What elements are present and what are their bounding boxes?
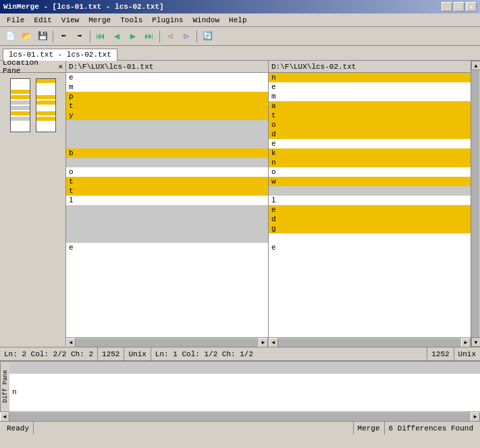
scroll-down-arrow[interactable]: ▼ [471,337,480,347]
diff-line: t [66,101,268,111]
toolbar: 📄 📂 💾 ⬅ ➡ ⏮ ◀ ▶ ⏭ ◁ ▷ 🔄 [0,27,480,46]
bottom-scroll-right[interactable]: ► [471,412,480,422]
thumb-stripe [36,111,55,115]
thumb-stripe [36,95,55,99]
diff-line [66,224,268,233]
thumb-stripe [36,84,55,88]
first-diff-button[interactable]: ⏮ [93,29,108,44]
bottom-diff-line [9,362,480,374]
status-code-left: 1252 [98,347,124,360]
diff-line: g [269,224,471,233]
vertical-scrollbar[interactable]: ▲ ▼ [471,61,480,347]
bottom-scroll-left[interactable]: ◄ [0,412,9,422]
next-group-button[interactable]: ➡ [72,29,87,44]
thumb-stripe [11,117,30,121]
thumb-stripe [11,79,30,83]
bottom-pane-content: Diff Pane n [0,362,480,412]
status-ready-text: Ln: 2 Col: 2/2 Ch: 2 [4,350,93,358]
status-ready-main: Ready [3,422,34,435]
tab-bar: lcs-01.txt - lcs-02.txt [0,46,480,61]
scroll-v-track[interactable] [471,70,479,337]
location-pane-title: Location Pane [3,61,58,75]
minimize-button[interactable]: _ [442,2,452,11]
bottom-scroll-h[interactable]: ◄ ► [0,412,480,421]
location-thumb-left [10,78,30,132]
diff-line [269,186,471,196]
title-bar-buttons: _ □ ✕ [442,2,477,11]
bottom-diff-line [9,374,480,386]
open-button[interactable]: 📂 [19,29,34,44]
menu-item-window[interactable]: Window [188,16,223,25]
left-panel-content[interactable]: e m p t y b o t t l [66,73,268,337]
menu-item-plugins[interactable]: Plugins [148,16,187,25]
bottom-diff-line [9,398,480,410]
status-eol-left-text: Unix [128,350,146,358]
last-diff-button[interactable]: ⏭ [142,29,157,44]
location-pane-header: Location Pane ✕ [0,61,65,73]
diff-line: y [66,111,268,120]
status-eol-right: Unix [454,347,480,360]
status-ready: Ln: 2 Col: 2/2 Ch: 2 [0,347,98,360]
differences-text: 6 Differences Found [389,424,473,432]
left-scroll-track[interactable] [76,339,259,347]
tab-diff[interactable]: lcs-01.txt - lcs-02.txt [3,49,117,61]
diff-line [66,130,268,139]
prev-group-button[interactable]: ⬅ [56,29,71,44]
diff-line: e [269,243,471,252]
right-scroll-left-arrow[interactable]: ◄ [269,338,278,347]
diff-line: e [269,139,471,148]
status-right-ln-text: Ln: 1 Col: 1/2 Ch: 1/2 [155,350,253,358]
scroll-up-arrow[interactable]: ▲ [471,61,480,70]
right-diff-panel: D:\F\LUX\lcs-02.txt n e m a t o d e k n … [269,61,471,347]
prev-diff-button[interactable]: ◀ [109,29,124,44]
next-diff-button[interactable]: ▶ [126,29,140,44]
thumb-stripe [11,90,30,94]
diff-line [66,120,268,130]
status-code-left-text: 1252 [102,350,119,358]
restore-button[interactable]: □ [454,2,464,11]
diff-line: e [66,243,268,252]
status-spacer [34,422,354,435]
diff-line: n [269,73,471,82]
diff-line: e [269,205,471,215]
menu-item-tools[interactable]: Tools [116,16,146,25]
diff-line: o [269,167,471,177]
bottom-scroll-track[interactable] [9,413,471,421]
status-code-right-text: 1252 [431,350,449,358]
right-scroll-track[interactable] [278,339,461,347]
menu-item-view[interactable]: View [57,16,83,25]
close-button[interactable]: ✕ [466,2,477,11]
menu-item-merge[interactable]: Merge [84,16,115,25]
menu-item-file[interactable]: File [3,16,28,25]
left-panel-header: D:\F\LUX\lcs-01.txt [66,61,268,73]
right-scroll-h[interactable]: ◄ ► [269,337,471,347]
diff-line: b [66,148,268,158]
diff-line: a [269,101,471,111]
bottom-diff-line: n [9,386,480,398]
diff-line [66,215,268,224]
save-button[interactable]: 💾 [35,29,50,44]
toolbar-sep-4 [196,30,197,43]
diff-line: w [269,177,471,186]
status-code-right: 1252 [427,347,454,360]
copy-right-button[interactable]: ▷ [179,29,194,44]
thumb-stripe [11,95,30,99]
copy-left-button[interactable]: ◁ [163,29,178,44]
right-panel-content[interactable]: n e m a t o d e k n o w l e d g [269,73,471,337]
left-panel-path: D:\F\LUX\lcs-01.txt [69,63,153,71]
menu-item-edit[interactable]: Edit [30,16,55,25]
location-pane-close[interactable]: ✕ [58,62,63,71]
menu-item-help[interactable]: Help [225,16,250,25]
right-scroll-right-arrow[interactable]: ► [461,338,471,347]
left-scroll-left-arrow[interactable]: ◄ [66,338,76,347]
left-scroll-h[interactable]: ◄ ► [66,337,268,347]
diff-area: D:\F\LUX\lcs-01.txt e m p t y b o t t [66,61,480,347]
thumb-stripe [36,117,55,121]
refresh-button[interactable]: 🔄 [200,29,215,44]
merge-text: Merge [358,424,380,432]
left-scroll-right-arrow[interactable]: ► [259,338,268,347]
location-thumb-right [36,78,56,132]
location-pane: Location Pane ✕ [0,61,66,347]
thumb-stripe [11,111,30,115]
new-button[interactable]: 📄 [3,29,18,44]
